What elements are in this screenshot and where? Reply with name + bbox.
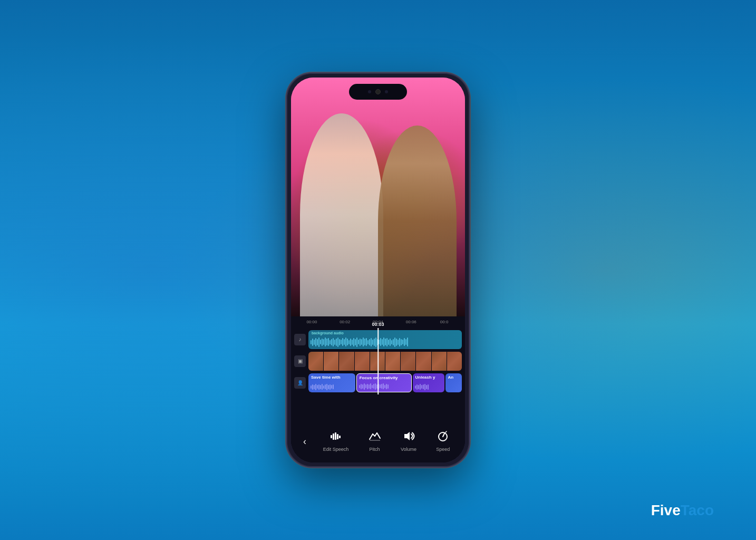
cwb (315, 384, 316, 390)
cwb (380, 384, 381, 388)
bottom-toolbar: ‹ (291, 420, 465, 462)
wave-bar (383, 338, 384, 346)
wave-bar (361, 339, 362, 345)
wave-bar (379, 340, 380, 344)
video-thumb (355, 352, 370, 371)
speed-icon (437, 431, 449, 445)
caption-track-icon: 👤 (294, 377, 306, 389)
watermark: FiveTaco (651, 502, 714, 519)
caption-clips: Save time with (308, 373, 462, 392)
cwb (372, 385, 373, 388)
cwb (416, 384, 418, 390)
cwb (359, 385, 360, 388)
cwb (314, 385, 315, 389)
toolbar-pitch[interactable]: Pitch (369, 431, 381, 452)
video-thumb (401, 352, 415, 371)
cwb (369, 384, 370, 389)
video-thumb (447, 352, 462, 371)
cwb (418, 385, 419, 389)
wave-bar (364, 339, 365, 345)
tick-4: 00:0 (428, 320, 461, 324)
caption-clip-save-time[interactable]: Save time with (308, 373, 355, 392)
wave-bar (318, 338, 319, 347)
video-thumb (385, 352, 400, 371)
wave-bar (375, 338, 376, 347)
person-left (300, 113, 383, 316)
wave-bar (405, 339, 406, 345)
wave-bar (401, 339, 402, 345)
toolbar-speed[interactable]: Speed (436, 431, 450, 452)
wave-bar (329, 340, 331, 344)
cwb (328, 385, 329, 389)
wave-bar (312, 339, 313, 346)
audio-track-icon: ♪ (294, 334, 306, 345)
wave-bar (353, 338, 354, 346)
cwb (421, 385, 422, 389)
toolbar-volume[interactable]: Volume (401, 431, 416, 452)
svg-rect-2 (335, 432, 336, 440)
cwb (362, 384, 363, 389)
toolbar-items: Edit Speech (313, 431, 460, 452)
wave-bar (348, 340, 350, 344)
cwb (365, 384, 366, 388)
cwb (428, 384, 429, 390)
cwb (326, 384, 327, 390)
video-track-icon: ▣ (294, 355, 306, 367)
phone-mockup: 00:00 00:02 00:04 00:06 00:0 00:03 ♪ (286, 72, 470, 468)
cwb (329, 384, 331, 390)
caption-clip-label: Unleash y (415, 375, 442, 380)
notch-dot-2 (385, 90, 388, 93)
cwb (312, 384, 313, 390)
cwb (370, 383, 371, 389)
caption-waveform (413, 383, 444, 391)
wave-bar (314, 340, 315, 345)
video-preview (291, 78, 465, 316)
wave-bar (342, 338, 343, 346)
wave-bar (393, 339, 394, 345)
wave-bar (399, 338, 400, 346)
cwb (386, 384, 387, 389)
svg-rect-4 (339, 436, 341, 438)
pitch-label: Pitch (370, 447, 380, 452)
wave-bar (337, 338, 338, 347)
cwb (424, 384, 425, 390)
toolbar-edit-speech[interactable]: Edit Speech (323, 431, 349, 452)
caption-track[interactable]: Save time with (308, 373, 462, 392)
wave-bar (374, 339, 375, 346)
svg-rect-1 (333, 433, 334, 440)
caption-clip-an[interactable]: An (445, 373, 462, 392)
audio-track-label: background audio (312, 331, 344, 335)
cwb (384, 385, 385, 388)
back-button[interactable]: ‹ (296, 433, 313, 450)
audio-track[interactable]: background audio (308, 330, 462, 349)
wave-bar (391, 340, 392, 344)
cwb (311, 385, 312, 389)
svg-line-13 (445, 431, 447, 432)
cwb (364, 383, 365, 390)
speed-label: Speed (436, 447, 450, 452)
audio-waveform (308, 337, 462, 348)
playhead-line (377, 328, 379, 394)
video-track[interactable] (308, 352, 462, 371)
caption-clip-unleash[interactable]: Unleash y (413, 373, 444, 392)
caption-clip-focus[interactable]: Focus on creativity (356, 373, 412, 392)
wave-bar (311, 340, 312, 344)
wave-bar (320, 340, 321, 344)
cwb (333, 384, 334, 389)
wave-bar (385, 339, 386, 345)
wave-bar (388, 340, 389, 345)
caption-clip-label: Save time with (311, 375, 353, 380)
wave-bar (341, 340, 342, 344)
cwb (367, 384, 368, 389)
caption-clip-label: Focus on creativity (360, 375, 409, 380)
wave-bar (360, 339, 361, 346)
current-time: 00:03 (372, 322, 384, 327)
wave-bar (404, 338, 405, 346)
timeline-ruler: 00:00 00:02 00:04 00:06 00:0 00:03 (291, 316, 465, 328)
cwb (423, 384, 424, 389)
wave-bar (367, 340, 369, 344)
watermark-taco: Taco (681, 502, 714, 518)
wave-bar (347, 339, 348, 345)
wave-bar (380, 338, 381, 346)
watermark-five: Five (651, 502, 681, 518)
